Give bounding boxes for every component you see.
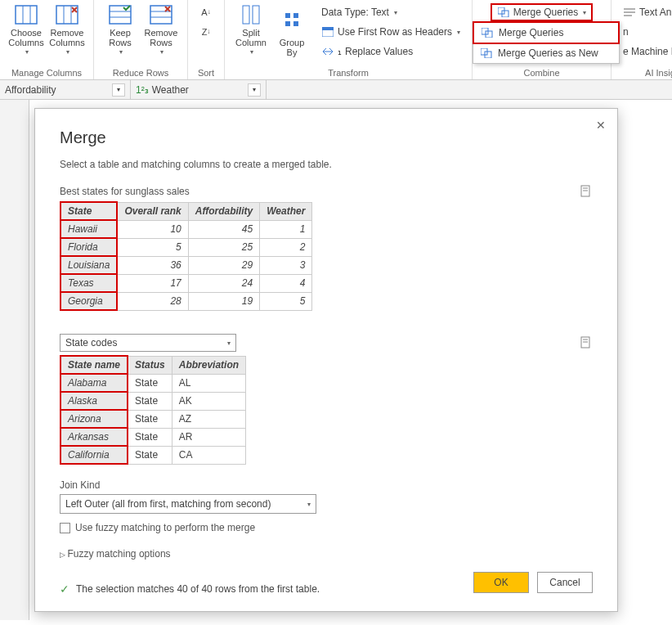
table-row[interactable]: Georgia28195 <box>60 292 312 310</box>
svg-rect-3 <box>56 6 78 24</box>
table-info-icon[interactable] <box>580 185 593 198</box>
column-header-weather[interactable]: 1²₃ Weather ▾ <box>131 80 267 99</box>
table-info-icon[interactable] <box>580 336 593 349</box>
merge-queries-dropdown: Merge Queries Merge Queries as New <box>473 21 620 64</box>
table-cell: California <box>60 446 128 464</box>
merge-queries-button[interactable]: Merge Queries ▾ <box>491 3 593 21</box>
dropdown-arrow-icon: ▾ <box>307 501 311 508</box>
column-headers-row: Affordability ▾ 1²₃ Weather ▾ <box>0 80 672 100</box>
fuzzy-matching-options-expander[interactable]: Fuzzy matching options <box>60 548 593 560</box>
column-header-affordability[interactable]: Affordability ▾ <box>0 80 131 99</box>
table-cell: Alabama <box>60 374 128 392</box>
table-row[interactable]: Florida5252 <box>60 238 312 256</box>
ribbon: Choose Columns ▾ Remove Columns ▾ Manage… <box>0 0 672 80</box>
table1-col-rank[interactable]: Overall rank <box>117 202 188 220</box>
keep-rows-button[interactable]: Keep Rows ▾ <box>101 3 140 59</box>
data-type-button[interactable]: Data Type: Text ▾ <box>316 3 465 21</box>
table-row[interactable]: AlaskaStateAK <box>60 392 246 410</box>
azure-ml-label-suffix: e Machine Learning <box>623 46 672 57</box>
table-cell: 24 <box>188 274 259 292</box>
table-cell: CA <box>172 446 245 464</box>
replace-values-button[interactable]: ₁ Replace Values <box>316 43 465 61</box>
dropdown-arrow-icon: ▾ <box>119 47 123 57</box>
remove-rows-button[interactable]: Remove Rows ▾ <box>141 3 181 59</box>
table2-col-abbrev[interactable]: Abbreviation <box>172 356 245 374</box>
fuzzy-checkbox-label: Use fuzzy matching to perform the merge <box>75 522 255 533</box>
table1-col-state[interactable]: State <box>60 202 117 220</box>
table-cell: 4 <box>260 274 312 292</box>
check-icon: ✓ <box>60 582 69 596</box>
table-row[interactable]: AlabamaStateAL <box>60 374 246 392</box>
fuzzy-expander-label: Fuzzy matching options <box>68 548 171 560</box>
filter-button[interactable]: ▾ <box>248 83 261 97</box>
table-remove-columns-icon <box>54 5 80 25</box>
table-cell: 45 <box>188 220 259 238</box>
merge-dialog: ✕ Merge Select a table and matching colu… <box>34 108 618 612</box>
group-by-label: Group By <box>280 38 305 57</box>
cancel-label: Cancel <box>549 577 580 588</box>
dropdown-arrow-icon: ▾ <box>66 47 69 57</box>
text-analytics-button[interactable]: Text Analytics <box>618 3 672 21</box>
fuzzy-matching-checkbox-row[interactable]: Use fuzzy matching to perform the merge <box>60 522 593 533</box>
table-cell: 36 <box>117 256 188 274</box>
sort-az-icon: A↓ <box>199 6 213 19</box>
sort-descending-button[interactable]: Z↓ <box>195 23 217 41</box>
fuzzy-checkbox[interactable] <box>60 523 70 533</box>
join-kind-select[interactable]: Left Outer (all from first, matching fro… <box>60 494 316 514</box>
group-by-icon <box>279 8 305 34</box>
join-kind-label: Join Kind <box>60 479 593 491</box>
sort-ascending-button[interactable]: A↓ <box>195 3 217 21</box>
table2-select-value: State codes <box>65 337 117 348</box>
filter-button[interactable]: ▾ <box>112 83 125 97</box>
table-cell: Arizona <box>60 410 128 428</box>
keep-rows-icon <box>107 5 133 25</box>
group-by-button[interactable]: Group By <box>272 3 311 59</box>
table-cell: Arkansas <box>60 428 128 446</box>
close-button[interactable]: ✕ <box>596 119 606 132</box>
table2-col-status[interactable]: Status <box>128 356 172 374</box>
merge-queries-as-new-menu-item[interactable]: Merge Queries as New <box>473 43 619 63</box>
ribbon-group-sort: A↓ Z↓ Sort <box>188 0 225 79</box>
remove-columns-button[interactable]: Remove Columns ▾ <box>47 3 87 59</box>
table-row[interactable]: ArizonaStateAZ <box>60 410 246 428</box>
table-cell: State <box>128 392 172 410</box>
ok-button[interactable]: OK <box>473 572 529 593</box>
table-columns-icon <box>13 5 39 25</box>
match-summary-text: The selection matches 40 of 40 rows from… <box>76 583 320 595</box>
ribbon-group-title: Combine <box>524 66 560 78</box>
table-cell: 5 <box>260 292 312 310</box>
table1-col-weather[interactable]: Weather <box>260 202 312 220</box>
split-column-button[interactable]: Split Column ▾ <box>231 3 271 59</box>
table-cell: Georgia <box>60 292 117 310</box>
table-row[interactable]: Hawaii10451 <box>60 220 312 238</box>
table-row[interactable]: Louisiana36293 <box>60 256 312 274</box>
cancel-button[interactable]: Cancel <box>537 572 593 593</box>
vision-button[interactable]: n <box>618 23 672 41</box>
table-cell: 2 <box>260 238 312 256</box>
dialog-subtitle: Select a table and matching columns to c… <box>60 159 593 170</box>
table-row[interactable]: ArkansasStateAR <box>60 428 246 446</box>
merge-queries-menu-item[interactable]: Merge Queries <box>473 21 620 44</box>
table-cell: AK <box>172 392 245 410</box>
use-first-row-headers-button[interactable]: Use First Row as Headers ▾ <box>316 23 465 41</box>
table1-col-affordability[interactable]: Affordability <box>188 202 259 220</box>
table2-select[interactable]: State codes ▾ <box>60 334 236 352</box>
replace-values-icon <box>321 45 334 58</box>
svg-rect-21 <box>293 21 298 26</box>
table-row[interactable]: Texas17244 <box>60 274 312 292</box>
azure-ml-button[interactable]: e Machine Learning <box>618 43 672 61</box>
sort-za-icon: Z↓ <box>199 25 213 38</box>
merge-queries-as-new-label: Merge Queries as New <box>498 47 598 59</box>
join-kind-value: Left Outer (all from first, matching fro… <box>65 498 271 510</box>
table1-preview[interactable]: State Overall rank Affordability Weather… <box>60 201 312 311</box>
table-cell: 17 <box>117 274 188 292</box>
merge-queries-item-label: Merge Queries <box>499 27 563 38</box>
table2-col-statename[interactable]: State name <box>60 356 128 374</box>
choose-columns-button[interactable]: Choose Columns ▾ <box>7 3 46 59</box>
ribbon-group-title: Manage Columns <box>11 66 82 78</box>
table-row[interactable]: CaliforniaStateCA <box>60 446 246 464</box>
ribbon-group-title: Sort <box>198 66 214 78</box>
table-cell: 29 <box>188 256 259 274</box>
table-cell: State <box>128 410 172 428</box>
table2-preview[interactable]: State name Status Abbreviation AlabamaSt… <box>60 355 246 465</box>
